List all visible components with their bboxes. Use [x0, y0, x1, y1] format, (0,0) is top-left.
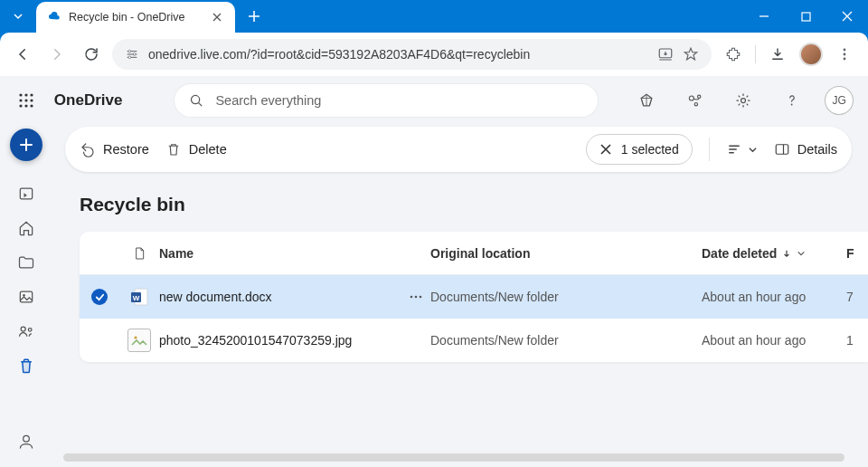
- window-titlebar: Recycle bin - OneDrive: [0, 0, 868, 33]
- svg-point-2: [133, 53, 136, 56]
- file-type-icon[interactable]: [132, 245, 146, 262]
- install-app-icon[interactable]: [657, 46, 674, 62]
- details-label: Details: [797, 142, 837, 157]
- sidebar: [0, 125, 52, 467]
- svg-point-14: [19, 104, 22, 107]
- onedrive-favicon-icon: [47, 10, 61, 24]
- column-name[interactable]: Name: [159, 246, 430, 261]
- new-tab-button[interactable]: [241, 3, 268, 30]
- table-row[interactable]: photo_3245200101547073259.jpgDocuments/N…: [80, 319, 868, 362]
- details-toggle[interactable]: Details: [774, 141, 837, 157]
- svg-point-20: [694, 103, 697, 106]
- image-file-icon: [127, 329, 151, 352]
- table-header: Name Original location Date deleted F: [80, 232, 868, 275]
- f-value: 7: [846, 290, 868, 304]
- svg-point-34: [415, 296, 418, 299]
- sidebar-item-recycle-bin[interactable]: [8, 349, 44, 382]
- details-pane-icon: [774, 141, 790, 157]
- svg-point-27: [28, 329, 32, 332]
- sidebar-item-home[interactable]: [8, 212, 44, 244]
- column-f[interactable]: F: [846, 246, 868, 261]
- original-location: Documents/New folder: [430, 290, 702, 304]
- reload-button[interactable]: [78, 41, 105, 68]
- back-button[interactable]: [9, 41, 36, 68]
- add-new-button[interactable]: [10, 129, 42, 161]
- page-title: Recycle bin: [80, 194, 868, 215]
- svg-rect-0: [802, 13, 810, 21]
- tab-title: Recycle bin - OneDrive: [69, 11, 203, 24]
- svg-rect-29: [776, 145, 788, 155]
- chevron-down-icon: [797, 249, 806, 258]
- downloads-icon[interactable]: [763, 40, 792, 69]
- app-header: OneDrive Search everything JG: [0, 76, 868, 125]
- help-icon[interactable]: [776, 84, 808, 117]
- extensions-icon[interactable]: [719, 40, 748, 69]
- table-row[interactable]: Wnew document.docxDocuments/New folderAb…: [80, 275, 868, 319]
- shared-libraries-icon[interactable]: [679, 84, 712, 117]
- user-initials: JG: [832, 94, 845, 107]
- word-file-icon: W: [128, 286, 150, 308]
- search-input[interactable]: Search everything: [175, 84, 598, 117]
- main-panel: Restore Delete 1 selected: [52, 125, 868, 467]
- close-icon[interactable]: [210, 10, 224, 24]
- svg-point-11: [19, 99, 22, 101]
- column-original-location[interactable]: Original location: [430, 246, 702, 261]
- column-date-deleted[interactable]: Date deleted: [702, 246, 846, 261]
- minimize-button[interactable]: [743, 0, 785, 33]
- app-launcher-icon[interactable]: [14, 89, 38, 112]
- svg-point-35: [420, 296, 422, 299]
- sidebar-item-recent[interactable]: [8, 177, 44, 210]
- profile-avatar[interactable]: [799, 43, 823, 66]
- account-button[interactable]: JG: [825, 86, 854, 115]
- svg-point-21: [741, 99, 746, 103]
- browser-menu-icon[interactable]: [830, 40, 859, 69]
- sidebar-item-photos[interactable]: [8, 281, 44, 313]
- svg-point-33: [410, 296, 413, 299]
- svg-point-22: [791, 104, 793, 106]
- selected-check-icon[interactable]: [91, 289, 108, 305]
- sidebar-item-account[interactable]: [8, 425, 44, 458]
- svg-rect-23: [20, 188, 32, 199]
- f-value: 1: [846, 333, 868, 348]
- bookmark-icon[interactable]: [683, 46, 699, 62]
- sort-down-icon: [782, 249, 791, 258]
- site-settings-icon[interactable]: [125, 47, 139, 62]
- sidebar-item-files[interactable]: [8, 246, 44, 279]
- command-bar: Restore Delete 1 selected: [65, 127, 852, 172]
- file-name: photo_3245200101547073259.jpg: [159, 333, 423, 348]
- svg-rect-24: [20, 291, 32, 302]
- svg-point-10: [30, 93, 33, 96]
- selected-count: 1 selected: [621, 142, 679, 157]
- svg-point-1: [128, 50, 131, 52]
- svg-point-15: [24, 104, 27, 107]
- svg-point-18: [689, 96, 693, 100]
- address-bar[interactable]: onedrive.live.com/?id=root&cid=593192A82…: [112, 39, 712, 70]
- sidebar-item-shared[interactable]: [8, 315, 44, 348]
- forward-button[interactable]: [43, 41, 71, 68]
- delete-button[interactable]: Delete: [165, 141, 227, 157]
- chevron-down-icon: [748, 145, 758, 155]
- tab-dropdown[interactable]: [0, 0, 36, 33]
- svg-text:W: W: [133, 294, 140, 302]
- window-close-button[interactable]: [826, 0, 868, 33]
- maximize-button[interactable]: [785, 0, 826, 33]
- brand-label: OneDrive: [54, 91, 123, 110]
- row-more-icon[interactable]: [409, 290, 423, 304]
- settings-icon[interactable]: [728, 84, 760, 117]
- svg-point-13: [30, 99, 33, 101]
- svg-point-19: [697, 95, 700, 98]
- browser-tab[interactable]: Recycle bin - OneDrive: [36, 2, 235, 33]
- clear-selection-icon[interactable]: [599, 143, 612, 156]
- selection-pill[interactable]: 1 selected: [586, 134, 693, 165]
- svg-point-28: [24, 435, 30, 442]
- restore-button[interactable]: Restore: [80, 141, 149, 157]
- svg-point-36: [134, 336, 137, 338]
- date-deleted: About an hour ago: [702, 333, 846, 348]
- svg-point-16: [30, 104, 33, 107]
- horizontal-scrollbar[interactable]: [63, 453, 844, 462]
- premium-icon[interactable]: [630, 84, 663, 117]
- search-icon: [189, 93, 204, 109]
- svg-point-12: [24, 99, 27, 101]
- svg-point-3: [128, 56, 131, 59]
- sort-button[interactable]: [726, 141, 758, 157]
